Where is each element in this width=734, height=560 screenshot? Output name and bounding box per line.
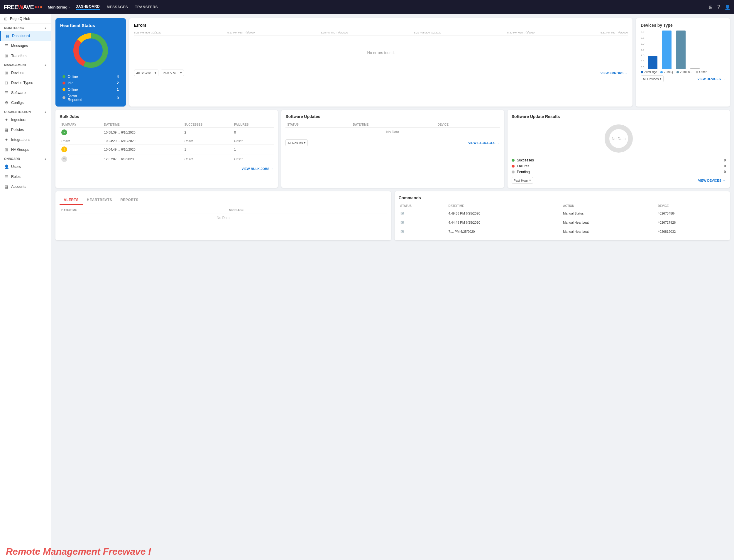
offline-count: 1 [117,87,119,92]
envelope-icon: ✉ [400,229,404,234]
tab-heartbeats[interactable]: HEARTBEATS [83,195,116,205]
grid-icon[interactable]: ⊞ [709,4,713,10]
section-label-orchestration: Orchestration [4,110,31,114]
sidebar-item-label: Policies [11,128,24,132]
table-row: ⏱ 12:37:07 ... 6/9/2020 Unset Unset [60,154,274,164]
table-row: ✓ 10:58:39 ... 6/10/2020 2 0 [60,128,274,137]
sidebar-item-integrations[interactable]: ✦ Integrations [0,135,51,145]
sidebar-item-device-types[interactable]: ⊟ Device Types [0,78,51,88]
sidebar-item-configs[interactable]: ⚙ Configs [0,98,51,108]
configs-icon: ⚙ [4,100,9,105]
results-footer: Past Hour ▾ VIEW DEVICES → [512,177,726,184]
legend-idle: Idle 2 [63,81,119,85]
sidebar-item-dashboard[interactable]: ▦ Dashboard [0,31,51,41]
legend-other: Other [696,70,707,74]
devices-filter[interactable]: All Devices ▾ [641,75,664,82]
results-filter-label: Past Hour [514,179,528,182]
sidebar-item-accounts[interactable]: ▦ Accounts [0,182,51,192]
nav-link-dashboard[interactable]: DASHBOARD [76,4,100,10]
job-failures-2: 1 [232,145,274,154]
view-packages-link[interactable]: VIEW PACKAGES → [468,139,500,146]
table-row: Unset 10:24:29 ... 6/10/2020 Unset Unset [60,137,274,145]
tab-reports[interactable]: REPORTS [116,195,143,205]
updates-filter-label: All Results [288,141,303,145]
view-errors-link[interactable]: VIEW ERRORS → [600,71,628,75]
results-filter[interactable]: Past Hour ▾ [512,177,533,184]
view-bulk-jobs-link[interactable]: VIEW BULK JOBS → [242,167,274,171]
y-3: 3.0 [641,31,644,33]
bars-container [648,31,700,69]
job-successes-1: Unset [183,137,232,145]
nav-link-transfers[interactable]: TRANSFERS [135,5,158,9]
chevron-up-icon: ▲ [44,157,47,161]
bulk-jobs-table: SUMMARY DATE/TIME SUCCESSES FAILURES ✓ 1… [60,122,274,164]
arrow-right-icon: → [722,77,725,81]
view-devices-results-link[interactable]: VIEW DEVICES → [698,179,726,182]
col-datetime: DATE/TIME [447,203,561,209]
sidebar-item-software[interactable]: ☰ Software [0,88,51,98]
sidebar-item-ingestors[interactable]: ✦ Ingestors [0,115,51,125]
updates-filter[interactable]: All Results ▾ [286,139,308,146]
job-failures-3: Unset [232,154,274,164]
devices-footer: All Devices ▾ VIEW DEVICES → [641,75,725,82]
help-icon[interactable]: ? [717,4,720,10]
users-icon: 👤 [4,164,9,169]
severity-select[interactable]: All Severit... ▾ [134,70,158,76]
logo[interactable]: FREEWAVE [4,4,42,11]
bottom-row: ALERTS HEARTBEATS REPORTS DATE/TIME MESS… [55,191,730,240]
errors-empty: No errors found. [134,38,628,67]
sidebar-section-management[interactable]: Management ▲ [0,61,51,68]
errors-footer: All Severit... ▾ Past 5 Mi... ▾ VIEW ERR… [134,70,628,76]
never-label: NeverReported [68,94,114,102]
y-25: 2.5 [641,36,644,39]
app-body: ⊞ EdgeIQ Hub Monitoring ▲ ▦ Dashboard ☰ … [0,14,734,560]
sidebar-item-ha-groups[interactable]: ⊞ HA Groups [0,145,51,155]
chevron-up-icon: ▲ [44,110,47,114]
col-message: MESSAGE [227,208,387,213]
sidebar-item-devices[interactable]: ⊞ Devices [0,68,51,78]
view-devices-label: VIEW DEVICES [698,77,721,81]
offline-dot [63,88,65,91]
table-row: ✉ 4:44:49 PM 6/25/2020 Manual Heartbeat … [399,218,726,227]
account-icon[interactable]: 👤 [725,4,730,10]
view-devices-link[interactable]: VIEW DEVICES → [698,77,725,81]
sidebar-item-label: Integrations [11,138,30,142]
devices-type-title: Devices by Type [641,23,725,28]
alerts-card: ALERTS HEARTBEATS REPORTS DATE/TIME MESS… [55,191,391,240]
online-label: Online [68,75,114,79]
sidebar-item-label: Messages [11,44,28,48]
sidebar-section-monitoring[interactable]: Monitoring ▲ [0,24,51,31]
sidebar-item-transfers[interactable]: ⊞ Transfers [0,51,51,61]
sidebar-section-onboard[interactable]: Onboard ▲ [0,155,51,162]
messages-icon: ☰ [4,43,9,48]
col-datetime: DATE/TIME [60,208,227,213]
failure-dot [512,165,514,168]
time-label-5: 5:31 PM MDT 7/2/2020 [600,31,628,34]
time-label-2: 5:28 PM MDT 7/2/2020 [321,31,348,34]
heartbeat-card: Heartbeat Status [55,18,126,107]
time-label-0: 5:26 PM MDT 7/2/2020 [134,31,161,34]
online-count: 4 [117,74,119,79]
sidebar-item-label: Devices [11,71,24,75]
nav-monitoring[interactable]: Monitoring [48,5,68,9]
y-0: 0.0 [641,66,644,69]
time-select[interactable]: Past 5 Mi... ▾ [161,70,184,76]
check-icon: ✓ [61,129,67,135]
heartbeat-donut [60,31,121,70]
pending-count: 0 [724,170,726,174]
nav-link-messages[interactable]: MESSAGES [107,5,128,9]
sidebar-section-orchestration[interactable]: Orchestration ▲ [0,108,51,115]
logo-dot-3 [40,6,42,8]
sidebar-item-messages[interactable]: ☰ Messages [0,41,51,51]
sidebar-item-roles[interactable]: ☰ Roles [0,172,51,182]
sidebar-item-policies[interactable]: ▦ Policies [0,125,51,135]
bulk-jobs-footer: VIEW BULK JOBS → [60,167,274,171]
sidebar-item-label: Device Types [11,81,33,85]
nav-links: DASHBOARD MESSAGES TRANSFERS [76,4,158,10]
chevron-down-icon: ▾ [304,141,306,145]
sidebar-item-users[interactable]: 👤 Users [0,162,51,172]
table-row: ✉ 7:... PM 6/25/2020 Manual Heartbeat 40… [399,227,726,236]
sidebar-top-item[interactable]: ⊞ EdgeIQ Hub [0,14,51,24]
time-label-1: 5:27 PM MDT 7/2/2020 [227,31,255,34]
tab-alerts[interactable]: ALERTS [60,195,83,205]
